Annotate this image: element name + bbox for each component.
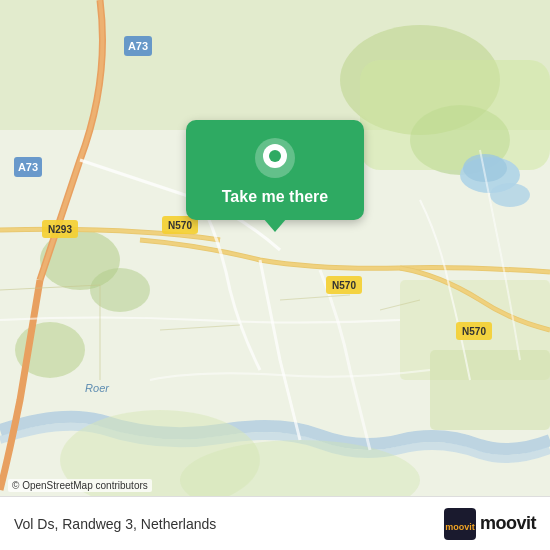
map-container: A73 A73 N293 N570 N570 N570 Roer Take me… — [0, 0, 550, 550]
svg-text:N570: N570 — [462, 326, 486, 337]
moovit-logo: moovit moovit — [444, 508, 536, 540]
svg-point-6 — [490, 183, 530, 207]
svg-text:N570: N570 — [332, 280, 356, 291]
svg-text:N570: N570 — [168, 220, 192, 231]
svg-text:moovit: moovit — [445, 522, 475, 532]
popup-card[interactable]: Take me there — [186, 120, 364, 220]
svg-rect-4 — [360, 60, 550, 170]
bottom-bar: Vol Ds, Randweg 3, Netherlands moovit mo… — [0, 496, 550, 550]
moovit-logo-text: moovit — [480, 513, 536, 534]
map-attribution: © OpenStreetMap contributors — [8, 479, 152, 492]
location-pin-icon — [253, 136, 297, 180]
svg-rect-11 — [430, 350, 550, 430]
svg-text:Roer: Roer — [85, 382, 110, 394]
svg-text:A73: A73 — [18, 161, 38, 173]
svg-text:N293: N293 — [48, 224, 72, 235]
take-me-there-button[interactable]: Take me there — [222, 188, 328, 206]
location-label: Vol Ds, Randweg 3, Netherlands — [14, 516, 216, 532]
map-background: A73 A73 N293 N570 N570 N570 Roer — [0, 0, 550, 550]
moovit-logo-icon: moovit — [444, 508, 476, 540]
svg-text:A73: A73 — [128, 40, 148, 52]
svg-point-8 — [90, 268, 150, 312]
